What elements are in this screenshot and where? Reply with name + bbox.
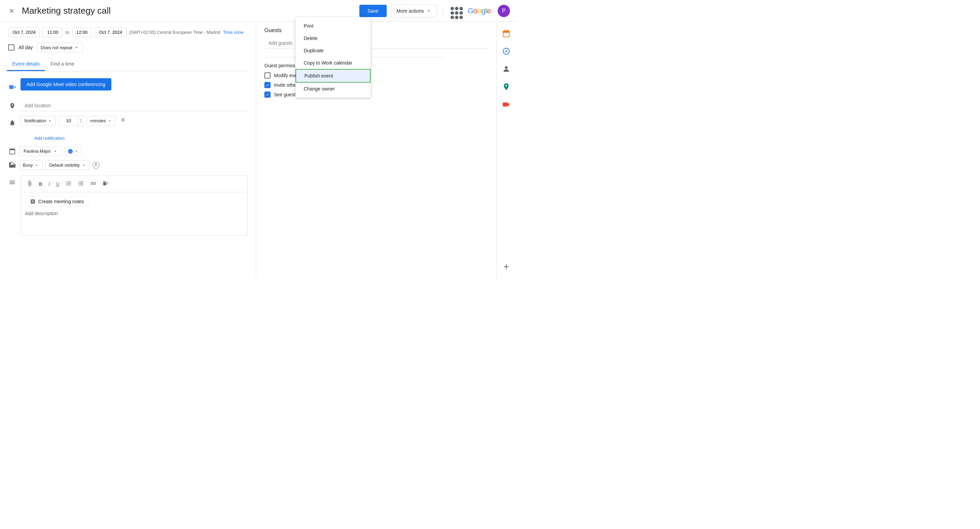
color-selector[interactable] bbox=[65, 147, 82, 156]
google-apps-button[interactable] bbox=[449, 5, 461, 17]
attach-button[interactable] bbox=[24, 179, 35, 189]
underline-button[interactable]: U bbox=[54, 180, 62, 189]
meet-icon-container bbox=[8, 83, 16, 91]
meet-button[interactable]: Add Google Meet video conferencing bbox=[21, 78, 111, 91]
add-button[interactable] bbox=[500, 261, 512, 273]
end-date-button[interactable]: Oct 7, 2024 bbox=[95, 27, 126, 37]
link-button[interactable] bbox=[88, 179, 99, 189]
visibility-select[interactable]: Default visibility bbox=[45, 160, 90, 170]
start-time-button[interactable]: 11:00 bbox=[43, 27, 63, 37]
more-actions-menu: Print Delete Duplicate Copy to Work cale… bbox=[296, 17, 371, 98]
description-section: B I U bbox=[8, 176, 248, 236]
notification-row: Notification minutes bbox=[8, 116, 248, 130]
save-button[interactable]: Save bbox=[360, 5, 387, 17]
add-notification-row: Add notification bbox=[21, 134, 248, 142]
more-actions-label: More actions bbox=[396, 8, 424, 14]
menu-item-publish[interactable]: Publish event bbox=[296, 69, 371, 83]
user-avatar[interactable]: P bbox=[498, 5, 510, 17]
event-title: Marketing strategy call bbox=[22, 5, 360, 16]
notification-value-input[interactable] bbox=[59, 116, 78, 125]
location-row bbox=[8, 100, 248, 111]
menu-item-delete[interactable]: Delete bbox=[296, 32, 371, 44]
left-panel: Oct 7, 2024 11:00 to 12:00 Oct 7, 2024 (… bbox=[0, 22, 256, 278]
permission-see-list-checkbox[interactable] bbox=[264, 92, 270, 98]
google-logo: Google bbox=[468, 6, 491, 15]
sidebar-maps-icon[interactable] bbox=[500, 81, 512, 93]
allday-row: All day Does not repeat bbox=[8, 43, 248, 52]
sidebar-meet-icon[interactable] bbox=[500, 98, 512, 111]
right-sidebar bbox=[496, 22, 515, 278]
allday-label: All day bbox=[18, 45, 33, 50]
sidebar-contacts-icon[interactable] bbox=[500, 63, 512, 75]
notification-controls: Notification minutes bbox=[21, 116, 127, 126]
svg-point-6 bbox=[505, 66, 508, 69]
header: Marketing strategy call Save More action… bbox=[0, 0, 515, 22]
notification-unit-label: minutes bbox=[90, 118, 106, 123]
menu-item-print[interactable]: Print bbox=[296, 20, 371, 32]
bold-button[interactable]: B bbox=[37, 180, 45, 189]
description-input[interactable]: Add description bbox=[21, 208, 247, 235]
meeting-notes-label: Create meeting notes bbox=[38, 199, 84, 204]
remove-format-button[interactable] bbox=[100, 179, 111, 189]
location-icon bbox=[8, 102, 16, 110]
menu-item-copy-to-work[interactable]: Copy to Work calendar bbox=[296, 57, 371, 69]
svg-rect-2 bbox=[503, 31, 509, 33]
svg-rect-0 bbox=[9, 85, 14, 89]
more-actions-button[interactable]: More actions bbox=[391, 5, 437, 17]
remove-notification-button[interactable] bbox=[119, 116, 127, 126]
to-label: to bbox=[65, 30, 69, 35]
status-row: Busy Default visibility ? bbox=[8, 160, 248, 170]
meeting-notes-chip[interactable]: Create meeting notes bbox=[25, 196, 89, 207]
location-input[interactable] bbox=[21, 100, 248, 111]
main-content: Oct 7, 2024 11:00 to 12:00 Oct 7, 2024 (… bbox=[0, 22, 515, 278]
visibility-label: Default visibility bbox=[49, 162, 80, 168]
notification-unit-select[interactable]: minutes bbox=[86, 116, 116, 125]
permission-invite-checkbox[interactable] bbox=[264, 82, 270, 88]
permission-modify-checkbox[interactable] bbox=[264, 72, 270, 79]
calendar-owner-label: Paulina Major bbox=[24, 149, 51, 154]
menu-item-change-owner[interactable]: Change owner bbox=[296, 83, 371, 95]
notification-type-label: Notification bbox=[24, 118, 46, 123]
help-icon[interactable]: ? bbox=[92, 162, 99, 169]
busy-label: Busy bbox=[23, 162, 33, 168]
calendar-owner-icon bbox=[8, 147, 16, 156]
start-date-button[interactable]: Oct 7, 2024 bbox=[8, 27, 40, 37]
calendar-owner-select[interactable]: Paulina Major bbox=[19, 146, 62, 156]
end-time-button[interactable]: 12:00 bbox=[72, 27, 92, 37]
timezone-text: (GMT+02:00) Central European Time - Madr… bbox=[129, 30, 220, 35]
status-icon bbox=[8, 161, 16, 169]
description-icon bbox=[8, 178, 16, 186]
ordered-list-button[interactable] bbox=[63, 179, 74, 189]
close-button[interactable] bbox=[5, 5, 18, 17]
busy-select[interactable]: Busy bbox=[19, 160, 43, 170]
notification-type-select[interactable]: Notification bbox=[21, 116, 56, 125]
guests-panel: Guests Guest permissions Modify event In… bbox=[256, 22, 496, 278]
menu-item-duplicate[interactable]: Duplicate bbox=[296, 44, 371, 57]
tab-event-details[interactable]: Event details bbox=[7, 58, 45, 71]
datetime-row: Oct 7, 2024 11:00 to 12:00 Oct 7, 2024 (… bbox=[8, 27, 248, 37]
calendar-owner-row: Paulina Major bbox=[8, 146, 248, 156]
sidebar-calendar-icon[interactable] bbox=[500, 27, 512, 40]
add-notification-button[interactable]: Add notification bbox=[33, 134, 66, 142]
timezone-link[interactable]: Time zone bbox=[223, 30, 243, 35]
tabs-row: Event details Find a time bbox=[7, 58, 248, 71]
description-area: B I U bbox=[21, 176, 248, 236]
tab-find-time[interactable]: Find a time bbox=[45, 58, 80, 71]
allday-checkbox[interactable] bbox=[8, 44, 14, 51]
italic-button[interactable]: I bbox=[46, 180, 52, 189]
formatting-toolbar: B I U bbox=[21, 176, 247, 192]
header-actions: Save More actions Google P bbox=[360, 5, 510, 17]
svg-rect-7 bbox=[503, 102, 508, 106]
notification-icon bbox=[8, 119, 16, 127]
meet-row: Add Google Meet video conferencing bbox=[8, 78, 248, 96]
unordered-list-button[interactable] bbox=[75, 179, 86, 189]
sidebar-tasks-icon[interactable] bbox=[500, 45, 512, 57]
repeat-select[interactable]: Does not repeat bbox=[37, 43, 83, 52]
repeat-label: Does not repeat bbox=[41, 45, 72, 50]
color-dot bbox=[68, 149, 73, 154]
